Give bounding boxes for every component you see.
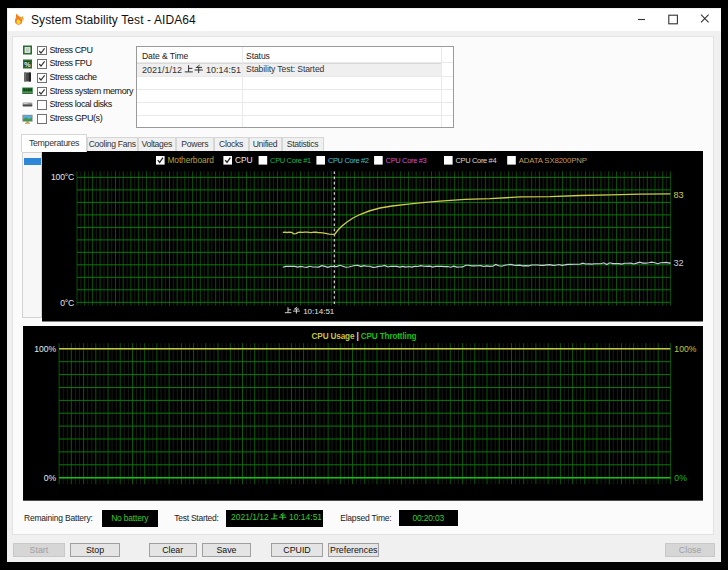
svg-text:ADATA SX8200PNP: ADATA SX8200PNP xyxy=(519,156,587,165)
svg-text:%: % xyxy=(24,59,31,68)
svg-text:Motherboard: Motherboard xyxy=(168,155,215,165)
svg-text:CPU: CPU xyxy=(235,155,253,165)
svg-text:100%: 100% xyxy=(34,344,56,354)
svg-text:10:14:51: 10:14:51 xyxy=(289,512,321,522)
svg-text:0%: 0% xyxy=(44,473,57,483)
svg-text:83: 83 xyxy=(673,190,683,200)
svg-text:2021/1/12: 2021/1/12 xyxy=(231,512,269,522)
svg-text:100%: 100% xyxy=(674,344,696,354)
svg-text:10:14:51: 10:14:51 xyxy=(206,65,241,75)
svg-text:100°C: 100°C xyxy=(51,172,74,182)
svg-text:10:14:51: 10:14:51 xyxy=(303,307,335,316)
svg-text:CPU Core #4: CPU Core #4 xyxy=(456,156,497,165)
svg-text:CPU Usage | CPU Throttling: CPU Usage | CPU Throttling xyxy=(312,333,417,342)
svg-text:CPU Core #1: CPU Core #1 xyxy=(270,156,311,165)
svg-text:0°C: 0°C xyxy=(60,298,74,308)
svg-text:32: 32 xyxy=(673,258,683,268)
svg-text:0%: 0% xyxy=(674,473,687,483)
svg-text:CPU Core #3: CPU Core #3 xyxy=(386,156,427,165)
svg-text:2021/1/12: 2021/1/12 xyxy=(142,65,182,75)
svg-text:CPU Core #2: CPU Core #2 xyxy=(328,156,369,165)
